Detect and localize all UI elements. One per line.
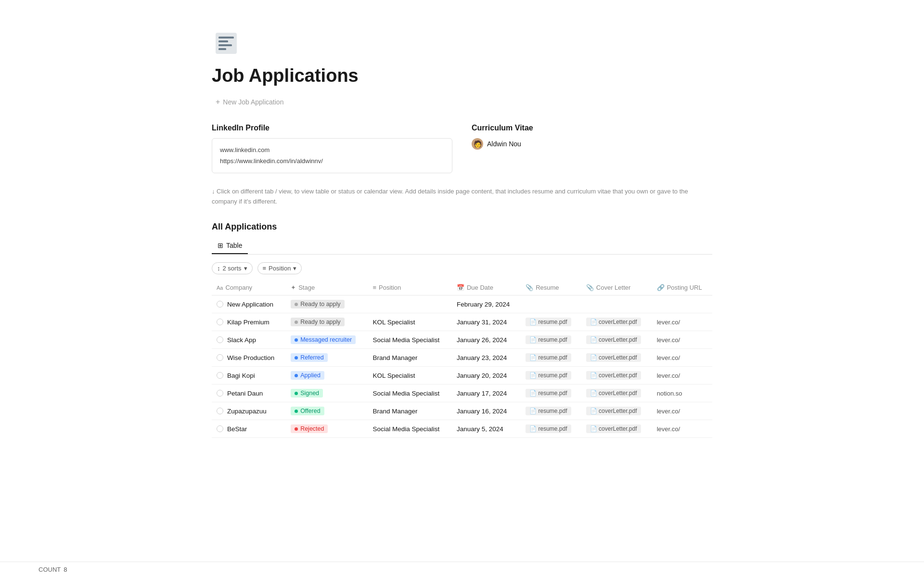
posting-url-cell[interactable]: lever.co/ bbox=[652, 367, 712, 385]
company-cell[interactable]: Bagi Kopi bbox=[212, 367, 286, 385]
company-cell[interactable]: Slack App bbox=[212, 331, 286, 349]
badge-dot bbox=[295, 338, 298, 342]
posting-url[interactable]: lever.co/ bbox=[657, 425, 680, 433]
row-checkbox[interactable] bbox=[217, 390, 223, 397]
cover-letter-file[interactable]: 📄 coverLetter.pdf bbox=[586, 353, 641, 362]
chevron-down-icon: ▾ bbox=[244, 265, 247, 272]
posting-url-cell[interactable]: lever.co/ bbox=[652, 420, 712, 438]
resume-file[interactable]: 📄 resume.pdf bbox=[526, 318, 571, 326]
badge-dot bbox=[295, 410, 298, 413]
cover-letter-cell[interactable]: 📄 coverLetter.pdf bbox=[581, 331, 652, 349]
stage-badge: Messaged recruiter bbox=[291, 335, 356, 344]
stage-cell[interactable]: Applied bbox=[286, 367, 368, 385]
due-date-cell: January 20, 2024 bbox=[452, 367, 521, 385]
table-row[interactable]: Slack AppMessaged recruiterSocial Media … bbox=[212, 331, 712, 349]
row-checkbox[interactable] bbox=[217, 425, 223, 432]
tab-table[interactable]: ⊞ Table bbox=[212, 238, 248, 254]
col-cover-letter: 📎 Cover Letter bbox=[581, 280, 652, 295]
cover-letter-file[interactable]: 📄 coverLetter.pdf bbox=[586, 371, 641, 380]
company-cell[interactable]: Petani Daun bbox=[212, 385, 286, 402]
company-name: BeStar bbox=[227, 425, 247, 433]
posting-url-cell[interactable] bbox=[652, 295, 712, 313]
stage-badge: Referred bbox=[291, 353, 328, 362]
table-row[interactable]: BeStarRejectedSocial Media SpecialistJan… bbox=[212, 420, 712, 438]
cover-letter-file[interactable]: 📄 coverLetter.pdf bbox=[586, 318, 641, 326]
resume-file[interactable]: 📄 resume.pdf bbox=[526, 389, 571, 397]
table-row[interactable]: Wise ProductionReferredBrand ManagerJanu… bbox=[212, 349, 712, 367]
row-checkbox[interactable] bbox=[217, 336, 223, 343]
posting-url-cell[interactable]: lever.co/ bbox=[652, 402, 712, 420]
stage-badge: Ready to apply bbox=[291, 318, 344, 326]
posting-url[interactable]: lever.co/ bbox=[657, 354, 680, 361]
cover-letter-cell[interactable] bbox=[581, 295, 652, 313]
position-filter-button[interactable]: ≡ Position ▾ bbox=[257, 262, 302, 274]
posting-url-cell[interactable]: lever.co/ bbox=[652, 331, 712, 349]
posting-url-cell[interactable]: lever.co/ bbox=[652, 313, 712, 331]
badge-dot bbox=[295, 303, 298, 306]
stage-cell[interactable]: Referred bbox=[286, 349, 368, 367]
resume-cell[interactable]: 📄 resume.pdf bbox=[521, 367, 581, 385]
resume-file[interactable]: 📄 resume.pdf bbox=[526, 335, 571, 344]
table-row[interactable]: New ApplicationReady to applyFebruary 29… bbox=[212, 295, 712, 313]
page-title: Job Applications bbox=[212, 65, 712, 86]
company-cell[interactable]: Wise Production bbox=[212, 349, 286, 367]
resume-cell[interactable]: 📄 resume.pdf bbox=[521, 313, 581, 331]
company-cell[interactable]: Kilap Premium bbox=[212, 313, 286, 331]
posting-url-cell[interactable]: notion.so bbox=[652, 385, 712, 402]
cover-letter-cell[interactable]: 📄 coverLetter.pdf bbox=[581, 313, 652, 331]
resume-cell[interactable]: 📄 resume.pdf bbox=[521, 349, 581, 367]
company-name: Zupazupazuu bbox=[227, 408, 267, 415]
sort-filter-button[interactable]: ↕ 2 sorts ▾ bbox=[212, 262, 253, 274]
table-row[interactable]: ZupazupazuuOfferedBrand ManagerJanuary 1… bbox=[212, 402, 712, 420]
linkedin-url-full: https://www.linkedin.com/in/aldwinnv/ bbox=[220, 155, 444, 167]
posting-url[interactable]: notion.so bbox=[657, 390, 682, 397]
cover-letter-file[interactable]: 📄 coverLetter.pdf bbox=[586, 424, 641, 433]
table-row[interactable]: Petani DaunSignedSocial Media Specialist… bbox=[212, 385, 712, 402]
cover-letter-cell[interactable]: 📄 coverLetter.pdf bbox=[581, 367, 652, 385]
resume-cell[interactable]: 📄 resume.pdf bbox=[521, 331, 581, 349]
posting-url-cell[interactable]: lever.co/ bbox=[652, 349, 712, 367]
cover-letter-file[interactable]: 📄 coverLetter.pdf bbox=[586, 389, 641, 397]
stage-cell[interactable]: Ready to apply bbox=[286, 295, 368, 313]
svg-rect-1 bbox=[218, 37, 234, 38]
row-checkbox[interactable] bbox=[217, 408, 223, 414]
stage-cell[interactable]: Messaged recruiter bbox=[286, 331, 368, 349]
linkedin-box[interactable]: www.linkedin.com https://www.linkedin.co… bbox=[212, 138, 452, 173]
company-cell[interactable]: BeStar bbox=[212, 420, 286, 438]
cover-letter-file[interactable]: 📄 coverLetter.pdf bbox=[586, 407, 641, 415]
posting-url[interactable]: lever.co/ bbox=[657, 319, 680, 326]
company-cell[interactable]: Zupazupazuu bbox=[212, 402, 286, 420]
resume-cell[interactable]: 📄 resume.pdf bbox=[521, 402, 581, 420]
cover-letter-cell[interactable]: 📄 coverLetter.pdf bbox=[581, 385, 652, 402]
resume-file[interactable]: 📄 resume.pdf bbox=[526, 371, 571, 380]
row-checkbox[interactable] bbox=[217, 372, 223, 379]
table-row[interactable]: Bagi KopiAppliedKOL SpecialistJanuary 20… bbox=[212, 367, 712, 385]
posting-url[interactable]: lever.co/ bbox=[657, 336, 680, 344]
row-checkbox[interactable] bbox=[217, 354, 223, 361]
cover-letter-file[interactable]: 📄 coverLetter.pdf bbox=[586, 335, 641, 344]
resume-cell[interactable] bbox=[521, 295, 581, 313]
row-checkbox[interactable] bbox=[217, 301, 223, 308]
posting-url[interactable]: lever.co/ bbox=[657, 408, 680, 415]
stage-cell[interactable]: Signed bbox=[286, 385, 368, 402]
stage-cell[interactable]: Rejected bbox=[286, 420, 368, 438]
stage-cell[interactable]: Offered bbox=[286, 402, 368, 420]
cover-letter-cell[interactable]: 📄 coverLetter.pdf bbox=[581, 420, 652, 438]
row-checkbox[interactable] bbox=[217, 319, 223, 325]
company-cell[interactable]: New Application bbox=[212, 295, 286, 313]
resume-file[interactable]: 📄 resume.pdf bbox=[526, 407, 571, 415]
table-row[interactable]: Kilap PremiumReady to applyKOL Specialis… bbox=[212, 313, 712, 331]
stage-cell[interactable]: Ready to apply bbox=[286, 313, 368, 331]
chevron-down-icon-2: ▾ bbox=[293, 265, 296, 272]
resume-cell[interactable]: 📄 resume.pdf bbox=[521, 385, 581, 402]
resume-file[interactable]: 📄 resume.pdf bbox=[526, 353, 571, 362]
applications-table: Aa Company ✦ Stage ≡ Position bbox=[212, 280, 712, 438]
cover-letter-cell[interactable]: 📄 coverLetter.pdf bbox=[581, 349, 652, 367]
posting-url[interactable]: lever.co/ bbox=[657, 372, 680, 379]
resume-file[interactable]: 📄 resume.pdf bbox=[526, 424, 571, 433]
cover-letter-cell[interactable]: 📄 coverLetter.pdf bbox=[581, 402, 652, 420]
resume-cell[interactable]: 📄 resume.pdf bbox=[521, 420, 581, 438]
cv-person: 🧑 Aldwin Nou bbox=[472, 138, 712, 150]
new-job-application-button[interactable]: + New Job Application bbox=[212, 96, 287, 108]
svg-rect-2 bbox=[218, 40, 228, 42]
